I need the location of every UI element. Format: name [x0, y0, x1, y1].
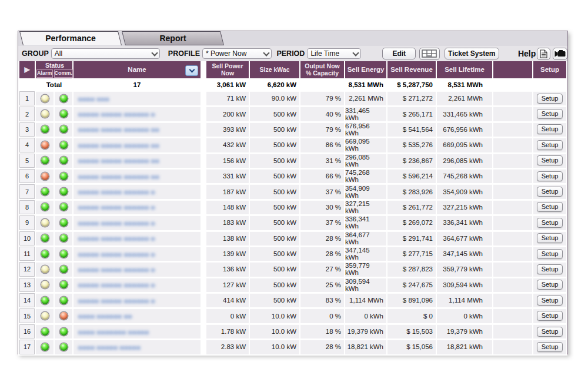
site-name-cell[interactable]: ▅▅▅▅▅ ▅▅▅▅▅ ▅▅▅▅▅▅ ▅ [74, 247, 201, 262]
sell-energy-header[interactable]: Sell Energy [345, 61, 386, 78]
table-row[interactable]: 4 ▅▅▅▅▅ ▅▅▅▅▅ ▅▅▅▅▅▅ ▅▅ 432 kW 500 kW 86… [19, 138, 566, 153]
table-row[interactable]: 3 ▅▅▅▅▅ ▅▅▅▅▅ ▅▅▅▅▅▅ ▅▅ 393 kW 500 kW 79… [19, 122, 566, 138]
table-row[interactable]: 1 ▅▅▅▅ ▅▅▅ 71 kW 90.0 kW 79 % 2,261 MWh … [19, 91, 566, 107]
spacer [202, 262, 205, 277]
table-row[interactable]: 15 ▅▅▅▅ ▅▅▅▅▅▅ ▅▅ 0 kW 10.0 kW 0 % 0 kWh… [19, 308, 566, 324]
name-header[interactable]: Name [74, 61, 201, 78]
spacer [202, 293, 205, 308]
site-name-cell[interactable]: ▅▅▅▅▅ ▅▅▅▅▅ ▅▅▅▅▅▅ ▅ [74, 215, 201, 231]
comm-status-cell [55, 247, 72, 262]
help-video-button[interactable] [553, 48, 567, 60]
site-name-cell[interactable]: ▅▅▅▅▅ ▅▅▅▅▅ ▅▅▅▅▅▅ ▅ [74, 293, 201, 308]
help-document-button[interactable] [537, 48, 550, 60]
setup-button[interactable]: Setup [537, 280, 563, 290]
table-layout-icon [422, 49, 437, 58]
site-name-cell[interactable]: ▅▅▅▅▅ ▅▅▅▅▅ ▅▅▅▅▅▅ ▅▅ [74, 122, 201, 138]
setup-button[interactable]: Setup [537, 233, 563, 243]
site-name-cell[interactable]: ▅▅▅▅▅ ▅▅▅▅▅ ▅▅▅▅▅▅ ▅ [74, 231, 201, 247]
group-select[interactable]: All [51, 48, 160, 59]
site-name-cell[interactable]: ▅▅▅▅▅ ▅▅▅▅▅ ▅▅▅▅▅▅ ▅▅ [74, 138, 201, 153]
site-name-cell[interactable]: ▅▅▅▅▅ ▅▅▅▅▅ ▅▅▅▅▅▅ ▅ [74, 184, 201, 200]
site-name-cell[interactable]: ▅▅▅▅ ▅▅▅▅▅ ▅▅▅▅▅ [74, 340, 201, 355]
setup-cell: Setup [533, 340, 566, 355]
status-header: Status [36, 61, 74, 69]
spacer [202, 215, 205, 231]
row-number: 9 [19, 215, 35, 230]
spacer [202, 231, 205, 247]
table-row[interactable]: 7 ▅▅▅▅▅ ▅▅▅▅▅ ▅▅▅▅▅▅ ▅ 187 kW 500 kW 37 … [19, 184, 566, 200]
spacer [202, 324, 205, 340]
tab-performance[interactable]: Performance [19, 31, 122, 45]
setup-button[interactable]: Setup [537, 202, 563, 212]
screen: Performance Report GROUP All PROFILE * P… [0, 0, 588, 385]
name-sort-button[interactable] [185, 65, 198, 76]
alarm-status-cell [36, 200, 54, 215]
setup-cell: Setup [533, 247, 566, 262]
table-row[interactable]: 12 ▅▅▅▅▅ ▅▅▅▅▅ ▅▅▅▅▅▅ ▅ 136 kW 500 kW 27… [19, 262, 566, 277]
table-row[interactable]: 9 ▅▅▅▅▅ ▅▅▅▅▅ ▅▅▅▅▅▅ ▅ 183 kW 500 kW 37 … [19, 215, 566, 231]
alarm-header: Alarm [36, 69, 53, 78]
table-row[interactable]: 6 ▅▅▅▅▅ ▅▅▅▅▅ ▅▅▅▅▅▅ ▅▅ 331 kW 500 kW 66… [19, 169, 566, 184]
table-row[interactable]: 8 ▅▅▅▅▅ ▅▅▅▅▅ ▅▅▅▅▅▅ ▅ 148 kW 500 kW 30 … [19, 200, 566, 215]
setup-button[interactable]: Setup [537, 296, 563, 306]
table-row[interactable]: 13 ▅▅▅▅▅ ▅▅▅▅▅ ▅▅▅▅▅▅ ▅ 127 kW 500 kW 25… [19, 278, 566, 293]
site-name-cell[interactable]: ▅▅▅▅▅ ▅▅▅▅▅ ▅▅▅▅▅▅ ▅▅ [74, 154, 201, 169]
sell-revenue-cell: $ 891,096 [387, 293, 436, 308]
site-name-cell[interactable]: ▅▅▅▅▅ ▅▅▅▅▅ ▅▅▅▅▅▅ ▅ [74, 262, 201, 277]
sell-revenue-cell: $ 269,072 [387, 215, 436, 231]
table-layout-button[interactable] [419, 48, 439, 60]
setup-button[interactable]: Setup [537, 109, 563, 119]
output-capacity-cell: 28 % [300, 247, 344, 262]
comm-status-cell [55, 340, 72, 355]
setup-button[interactable]: Setup [537, 249, 563, 259]
site-name-cell[interactable]: ▅▅▅▅▅ ▅▅▅▅▅ ▅▅▅▅▅▅ ▅ [74, 107, 201, 122]
table-row[interactable]: 10 ▅▅▅▅▅ ▅▅▅▅▅ ▅▅▅▅▅▅ ▅ 138 kW 500 kW 28… [19, 231, 566, 247]
sell-revenue-cell: $ 541,564 [387, 122, 436, 138]
site-name-cell[interactable]: ▅▅▅▅ ▅▅▅▅▅▅ ▅▅ [74, 308, 201, 324]
table-row[interactable]: 11 ▅▅▅▅▅ ▅▅▅▅▅ ▅▅▅▅▅▅ ▅ 139 kW 500 kW 28… [19, 247, 566, 262]
setup-button[interactable]: Setup [537, 155, 563, 165]
site-name-redacted: ▅▅▅▅▅ ▅▅▅▅▅ ▅▅▅▅▅▅ ▅ [78, 189, 155, 194]
table-row[interactable]: 5 ▅▅▅▅▅ ▅▅▅▅▅ ▅▅▅▅▅▅ ▅▅ 156 kW 500 kW 31… [19, 154, 566, 169]
sell-revenue-cell: $ 247,675 [387, 278, 436, 293]
comm-status-cell [55, 138, 72, 153]
alarm-led-icon [41, 203, 49, 211]
profile-select[interactable]: * Power Now [202, 48, 272, 59]
video-camera-icon [554, 50, 566, 58]
size-header[interactable]: Size kWac [250, 61, 299, 78]
table-row[interactable]: 14 ▅▅▅▅▅ ▅▅▅▅▅ ▅▅▅▅▅▅ ▅ 414 kW 500 kW 83… [19, 293, 566, 308]
sell-power-header[interactable]: Sell Power Now [206, 61, 249, 78]
site-name-cell[interactable]: ▅▅▅▅ ▅▅▅▅▅▅▅ ▅▅▅▅▅ [74, 324, 201, 340]
setup-button[interactable]: Setup [537, 264, 563, 274]
setup-button[interactable]: Setup [537, 327, 563, 337]
setup-button[interactable]: Setup [537, 94, 563, 104]
sell-lifetime-cell: 347,145 kWh [437, 247, 492, 262]
period-select[interactable]: Life Time [307, 48, 361, 59]
site-name-cell[interactable]: ▅▅▅▅▅ ▅▅▅▅▅ ▅▅▅▅▅▅ ▅ [74, 278, 201, 293]
comm-led-icon [60, 110, 68, 118]
setup-button[interactable]: Setup [537, 171, 563, 181]
ticket-system-button[interactable]: Ticket System [445, 48, 499, 59]
table-row[interactable]: 16 ▅▅▅▅ ▅▅▅▅▅▅▅ ▅▅▅▅▅ 1.78 kW 10.0 kW 18… [19, 324, 566, 340]
sell-lifetime-header[interactable]: Sell Lifetime [437, 61, 492, 78]
site-name-cell[interactable]: ▅▅▅▅▅ ▅▅▅▅▅ ▅▅▅▅▅▅ ▅ [74, 200, 201, 215]
site-name-cell[interactable]: ▅▅▅▅▅ ▅▅▅▅▅ ▅▅▅▅▅▅ ▅▅ [74, 169, 201, 184]
output-header[interactable]: Output Now % Capacity [300, 61, 344, 78]
expand-arrow-icon[interactable]: ▶ [19, 61, 35, 78]
alarm-led-icon [41, 234, 49, 242]
sell-revenue-header[interactable]: Sell Revenue [387, 61, 436, 78]
edit-button[interactable]: Edit [382, 48, 416, 59]
spacer [202, 107, 205, 122]
setup-button[interactable]: Setup [537, 124, 563, 134]
table-row[interactable]: 2 ▅▅▅▅▅ ▅▅▅▅▅ ▅▅▅▅▅▅ ▅ 200 kW 500 kW 40 … [19, 107, 566, 122]
total-sell-lifetime: 8,531 MWh [437, 79, 492, 90]
setup-button[interactable]: Setup [537, 218, 563, 228]
setup-button[interactable]: Setup [537, 311, 563, 321]
table-row[interactable]: 17 ▅▅▅▅ ▅▅▅▅▅ ▅▅▅▅▅ 2.83 kW 10.0 kW 28 %… [19, 340, 566, 355]
sell-energy-cell: 347,145 kWh [345, 247, 386, 262]
tab-report[interactable]: Report [122, 31, 224, 45]
setup-button[interactable]: Setup [537, 187, 563, 197]
setup-button[interactable]: Setup [537, 140, 563, 150]
site-name-cell[interactable]: ▅▅▅▅ ▅▅▅ [74, 91, 201, 107]
setup-button[interactable]: Setup [537, 342, 563, 352]
